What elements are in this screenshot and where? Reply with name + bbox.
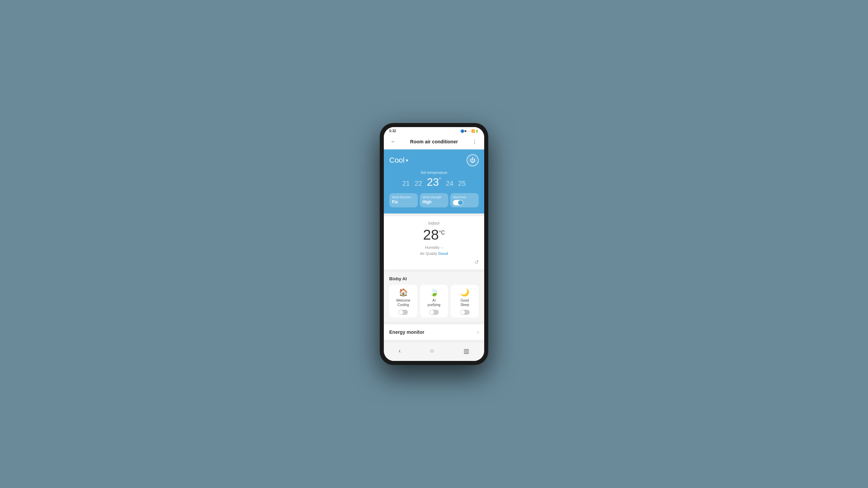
good-sleep-label: GoodSleep <box>460 298 469 307</box>
temp-label: Set temperature <box>389 170 479 175</box>
status-time: 5:32 <box>389 129 396 133</box>
nav-back-icon: ‹ <box>399 347 401 354</box>
wind-free-toggle[interactable] <box>453 200 463 205</box>
power-button[interactable]: ⏻ <box>467 154 479 166</box>
nav-home-icon: ○ <box>430 347 434 354</box>
menu-button[interactable]: ⋮ <box>470 137 479 146</box>
wind-direction-label: Wind direction <box>392 196 415 199</box>
temp-21[interactable]: 21 <box>402 180 410 187</box>
welcome-cooling-icon: 🏠 <box>399 288 408 297</box>
wind-strength-card[interactable]: Wind strength High <box>420 193 448 207</box>
indoor-temp-value: 28 <box>423 227 439 243</box>
bixby-title: Bixby AI <box>389 276 479 281</box>
phone-shell: 5:32 🔵✱ ··· 📶🔋 ← Room air conditioner ⋮ … <box>380 123 488 365</box>
temp-22[interactable]: 22 <box>415 180 422 187</box>
more-icon: ⋮ <box>472 139 477 145</box>
welcome-cooling-toggle[interactable] <box>398 310 408 315</box>
back-icon: ← <box>391 139 396 145</box>
bixby-welcome-cooling-card[interactable]: 🏠 WelcomeCooling <box>389 285 417 318</box>
temp-25[interactable]: 25 <box>458 180 466 187</box>
ai-purifying-toggle[interactable] <box>429 310 439 315</box>
welcome-cooling-toggle-knob <box>399 310 403 314</box>
app-title: Room air conditioner <box>410 139 458 144</box>
nav-home-button[interactable]: ○ <box>427 346 437 356</box>
good-sleep-toggle-knob <box>460 310 465 314</box>
status-icon-signals: 🔵✱ ··· 📶🔋 <box>460 129 479 133</box>
bixby-good-sleep-card[interactable]: 🌙 GoodSleep <box>451 285 479 318</box>
temp-24[interactable]: 24 <box>446 180 453 187</box>
mode-dropdown-icon: ▾ <box>406 158 408 163</box>
refresh-icon: ↺ <box>474 259 479 265</box>
indoor-humidity: Humidity -- <box>389 245 479 251</box>
ac-header-top: Cool ▾ ⏻ <box>389 154 479 166</box>
indoor-temp-unit: °C <box>439 230 445 236</box>
indoor-temp: 28°C <box>389 228 479 242</box>
wind-free-toggle-container <box>453 200 476 205</box>
mode-selector[interactable]: Cool ▾ <box>389 156 408 165</box>
welcome-cooling-label: WelcomeCooling <box>396 298 411 307</box>
temp-23-active[interactable]: 23° <box>427 176 441 188</box>
wind-strength-value: High <box>422 200 446 204</box>
nav-recent-button[interactable]: ▥ <box>460 346 473 356</box>
bottom-nav: ‹ ○ ▥ <box>384 343 484 361</box>
indoor-details: Humidity -- Air Quality Good <box>389 245 479 257</box>
air-quality-label: Air Quality <box>420 251 437 256</box>
air-quality-value: Good <box>438 251 448 256</box>
nav-back-button[interactable]: ‹ <box>395 346 404 356</box>
energy-monitor-label: Energy monitor <box>389 329 424 335</box>
nav-recent-icon: ▥ <box>463 348 469 354</box>
power-icon: ⏻ <box>470 157 475 163</box>
degree-symbol: ° <box>439 177 441 183</box>
mode-label: Cool <box>389 156 405 165</box>
indoor-air-quality: Air Quality Good <box>389 251 479 257</box>
temp-row: 21 22 23° 24 25 <box>389 176 479 188</box>
wind-controls: Wind direction Fix Wind strength High Wi… <box>389 193 479 207</box>
status-bar: 5:32 🔵✱ ··· 📶🔋 <box>384 127 484 134</box>
ai-purifying-toggle-knob <box>430 310 434 314</box>
wind-direction-card[interactable]: Wind direction Fix <box>389 193 418 207</box>
wind-direction-value: Fix <box>392 200 415 204</box>
wind-free-toggle-knob <box>458 200 463 205</box>
temperature-section: Set temperature 21 22 23° 24 25 <box>389 170 479 188</box>
wind-free-card[interactable]: Wind free <box>450 193 479 207</box>
good-sleep-icon: 🌙 <box>460 288 469 297</box>
refresh-button[interactable]: ↺ <box>389 259 479 265</box>
phone-screen: 5:32 🔵✱ ··· 📶🔋 ← Room air conditioner ⋮ … <box>384 127 484 361</box>
indoor-title: Indoor <box>389 221 479 226</box>
app-bar: ← Room air conditioner ⋮ <box>384 134 484 149</box>
bixby-section: Bixby AI 🏠 WelcomeCooling 🍃 AIpurifying <box>384 272 484 322</box>
wind-free-label: Wind free <box>453 196 476 199</box>
energy-monitor-arrow-icon: › <box>477 329 479 335</box>
bixby-ai-purifying-card[interactable]: 🍃 AIpurifying <box>420 285 448 318</box>
ac-header: Cool ▾ ⏻ Set temperature 21 22 23° 24 25 <box>384 149 484 214</box>
ai-purifying-label: AIpurifying <box>428 298 440 307</box>
status-icons: 🔵✱ ··· 📶🔋 <box>460 129 479 133</box>
ai-purifying-icon: 🍃 <box>430 288 439 297</box>
back-button[interactable]: ← <box>389 137 398 146</box>
wind-strength-label: Wind strength <box>422 196 446 199</box>
energy-monitor-section[interactable]: Energy monitor › <box>384 324 484 340</box>
bixby-cards: 🏠 WelcomeCooling 🍃 AIpurifying 🌙 GoodSl <box>389 285 479 318</box>
good-sleep-toggle[interactable] <box>460 310 470 315</box>
indoor-section: Indoor 28°C Humidity -- Air Quality Good… <box>384 216 484 269</box>
